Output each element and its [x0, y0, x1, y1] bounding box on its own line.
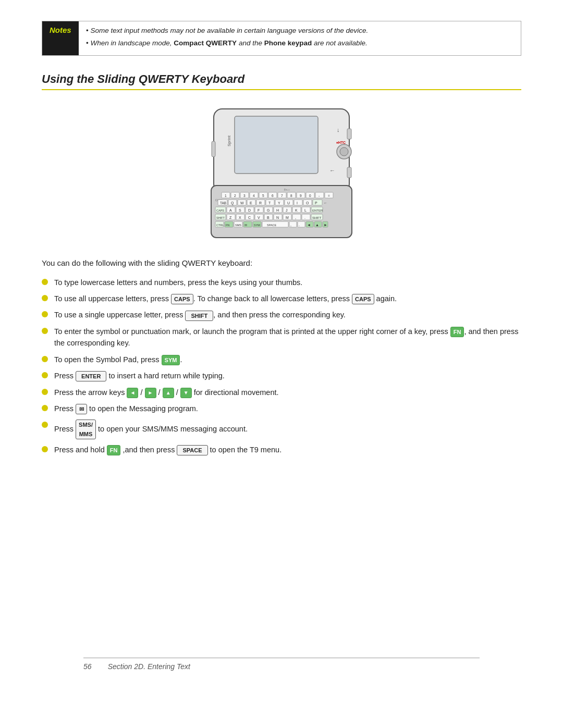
notes-content: • Some text input methods may not be ava… [79, 21, 375, 55]
svg-text:8: 8 [290, 194, 292, 198]
shift-key: SHIFT [185, 311, 213, 321]
bullet-text: To type lowercase letters and numbers, p… [54, 277, 521, 288]
up-arrow-key: ▲ [163, 388, 174, 398]
svg-text:SHIFT: SHIFT [312, 216, 322, 219]
bullet-text: Press the arrow keys ◄ / ► / ▲ / ▼ for d… [54, 387, 521, 398]
notes-box: Notes • Some text input methods may not … [42, 21, 521, 56]
space-key: SPACE [177, 445, 207, 455]
svg-text:SMS: SMS [235, 224, 241, 227]
svg-text:,: , [295, 216, 296, 219]
svg-text:◄: ◄ [307, 223, 311, 227]
svg-text:.: . [304, 216, 305, 219]
svg-text:B: B [267, 216, 270, 219]
fn-key-2: FN [107, 445, 121, 455]
notes-line-2: • When in landscape mode, Compact QWERTY… [86, 38, 368, 48]
bullet-text: To open the Symbol Pad, press SYM. [54, 354, 521, 365]
intro-text: You can do the following with the slidin… [42, 257, 521, 269]
svg-rect-10 [212, 141, 215, 157]
svg-text:FN: FN [226, 224, 229, 227]
notes-label: Notes [42, 21, 79, 55]
bullet-dot [42, 389, 48, 395]
list-item: Press ✉ to open the Messaging program. [42, 403, 521, 414]
svg-text:W: W [240, 201, 244, 205]
caps-key: CAPS [171, 294, 193, 304]
mail-key: ✉ [76, 404, 87, 414]
svg-text:7: 7 [281, 194, 283, 198]
fn-key: FN [450, 327, 464, 337]
svg-text:4: 4 [253, 194, 255, 198]
svg-text:A: A [229, 208, 232, 212]
list-item: To enter the symbol or punctuation mark,… [42, 326, 521, 349]
bullet-dot [42, 328, 48, 334]
bullet-dot [42, 295, 48, 301]
svg-text:,: , [290, 223, 291, 227]
svg-text:0: 0 [309, 194, 311, 198]
svg-text:6: 6 [272, 194, 274, 198]
right-arrow-key: ► [145, 388, 156, 398]
svg-text:5: 5 [262, 194, 264, 198]
svg-text:CTRL: CTRL [216, 224, 224, 227]
down-arrow-key: ▼ [180, 388, 192, 398]
section-heading: Using the Sliding QWERTY Keyboard [42, 72, 521, 90]
svg-text:X: X [239, 216, 241, 219]
svg-text:Y: Y [278, 201, 280, 205]
svg-point-5 [340, 147, 348, 156]
svg-text:▲: ▲ [315, 223, 319, 227]
svg-text:G: G [267, 208, 270, 212]
svg-text:Z: Z [229, 216, 232, 219]
svg-text:V: V [258, 216, 260, 219]
svg-text:9: 9 [300, 194, 302, 198]
footer: 56 Section 2D. Entering Text [83, 658, 480, 671]
bullet-text: To use a single uppercase letter, press … [54, 309, 521, 320]
list-item: Press ENTER to insert a hard return whil… [42, 370, 521, 381]
device-svg: Sprint ♦HTC ↓ ← [182, 105, 381, 240]
bullet-text: To use all uppercase letters, press CAPS… [54, 293, 521, 304]
bullet-dot [42, 405, 48, 411]
list-item: Press and hold FN ,and then press SPACE … [42, 444, 521, 455]
svg-text:Q: Q [231, 201, 234, 205]
svg-text:D: D [248, 208, 251, 212]
caps-key-2: CAPS [352, 294, 374, 304]
svg-rect-92 [302, 214, 310, 220]
svg-text:O: O [306, 201, 309, 205]
bullet-text: Press ✉ to open the Messaging program. [54, 403, 521, 414]
svg-text:P: P [315, 201, 317, 205]
list-item: Press SMS/MMS to open your SMS/MMS messa… [42, 419, 521, 439]
svg-text:SHIFT: SHIFT [216, 216, 225, 219]
svg-text:CAPS: CAPS [216, 209, 224, 212]
bullet-text: To enter the symbol or punctuation mark,… [54, 326, 521, 349]
svg-text:←: ← [324, 201, 327, 205]
svg-text:C: C [248, 216, 251, 219]
bullet-text: Press ENTER to insert a hard return whil… [54, 370, 521, 381]
svg-rect-1 [235, 116, 318, 174]
svg-rect-48 [313, 200, 322, 205]
svg-text:F: F [258, 208, 260, 212]
svg-text:E: E [250, 201, 252, 205]
svg-text:U: U [287, 201, 290, 205]
enter-key: ENTER [76, 371, 106, 381]
svg-rect-8 [347, 129, 351, 139]
svg-text:♦HTC: ♦HTC [336, 141, 346, 144]
svg-text:►: ► [324, 223, 327, 227]
svg-text:3: 3 [243, 194, 246, 198]
svg-text:T: T [268, 201, 271, 205]
list-item: To use a single uppercase letter, press … [42, 309, 521, 320]
device-image-container: Sprint ♦HTC ↓ ← [42, 105, 521, 240]
svg-text:=: = [328, 194, 330, 198]
svg-text:Fn □: Fn □ [284, 188, 289, 191]
svg-text:H: H [276, 208, 279, 212]
svg-rect-9 [347, 167, 351, 178]
svg-text:Sprint: Sprint [227, 135, 231, 146]
svg-rect-91 [292, 214, 301, 220]
bullet-dot [42, 279, 48, 285]
svg-text:←: ← [329, 167, 335, 174]
svg-text:↓: ↓ [337, 127, 340, 133]
bullet-dot [42, 372, 48, 378]
bullet-dot [42, 356, 48, 362]
bullet-dot [42, 311, 48, 317]
bullet-list: To type lowercase letters and numbers, p… [42, 277, 521, 456]
section-label: Section 2D. Entering Text [108, 662, 190, 671]
page-number: 56 [83, 662, 92, 671]
svg-text:K: K [295, 208, 298, 212]
svg-text:M: M [286, 216, 289, 219]
